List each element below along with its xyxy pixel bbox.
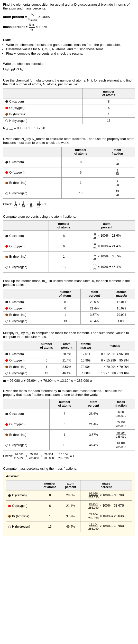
carbon-dot xyxy=(5,100,8,103)
col-mass: mass/u xyxy=(95,341,135,351)
bromine-dot xyxy=(5,256,8,258)
bromine-dot xyxy=(5,366,8,368)
bromine-dot xyxy=(5,113,8,116)
col-atom-pct: atompercent xyxy=(61,480,80,490)
table-row: C (carbon) 828.6%12.011 xyxy=(3,299,135,305)
answer-box: Answer: numberof atoms atompercent massp… xyxy=(3,472,135,536)
col-atom-pct: atompercent xyxy=(80,399,107,409)
col-atom-pct: atompercent xyxy=(57,341,76,351)
table-row: O (oxygen) 621.4% 95.994285.090 × 100% =… xyxy=(6,501,132,511)
carbon-atoms: 8 xyxy=(83,98,135,105)
table7-title: Compute mass percents using the mass fra… xyxy=(3,467,135,470)
table-row: H (hydrogen) 1346.4%1.00813 × 1.008 = 13… xyxy=(3,370,135,376)
oxygen-dot xyxy=(5,359,8,362)
col-num-atoms: numberof atoms xyxy=(36,341,57,351)
table-row: H (hydrogen) 1346.4%1.008 xyxy=(3,318,135,324)
col-atom-frac: atomfraction xyxy=(100,147,135,157)
plan-title: Plan: xyxy=(3,38,135,42)
col-num-atoms: numberof atoms xyxy=(49,399,80,409)
table-row: C (carbon) 828.6% 96.088285.090 × 100% =… xyxy=(6,490,132,501)
bromine-dot xyxy=(5,314,8,316)
mass-fractions-table: numberof atoms atompercent massfraction … xyxy=(3,399,135,450)
table-row: O (oxygen) 6 xyxy=(3,105,135,111)
table-row: C (carbon) 8 828 xyxy=(3,157,135,167)
col-element xyxy=(3,341,36,351)
carbon-dot xyxy=(5,413,8,415)
oxygen-dot xyxy=(5,245,8,248)
table-row: C (carbon) 828.6%12.0118 × 12.011 = 96.0… xyxy=(3,351,135,357)
table-row: O (oxygen) 621.4%15.999 xyxy=(3,305,135,311)
hydrogen-dot xyxy=(8,526,11,528)
oxygen-dot xyxy=(5,307,8,310)
col-atom-pct: atompercent xyxy=(79,221,135,231)
mass-percent-formula: mass percent = Nimim × 100% xyxy=(3,23,135,31)
col-element xyxy=(6,480,39,490)
hydrogen-dot xyxy=(5,266,8,269)
col-num-atoms: numberof atoms xyxy=(39,480,61,490)
table1-title: Use the chemical formula to count the nu… xyxy=(3,78,135,86)
page-title: Find the elemental composition for acety… xyxy=(3,3,135,10)
table-row: Br (bromine) 1 xyxy=(3,111,135,117)
col-num-atoms: numberof atoms xyxy=(83,88,135,98)
table-row: C (carbon) 828.6% 96.088285.090 xyxy=(3,409,135,419)
table-row: Br (bromine) 1 128 xyxy=(3,178,135,188)
bromine-dot xyxy=(5,182,8,184)
col-atom-pct: atompercent xyxy=(80,289,108,299)
table-row: O (oxygen) 6 628 xyxy=(3,167,135,178)
col-num-atoms: numberof atoms xyxy=(50,289,80,299)
hydrogen-dot xyxy=(5,372,8,375)
carbon-dot xyxy=(5,235,8,237)
col-atomic-mass: atomicmass/u xyxy=(108,289,135,299)
table-row: Br (bromine) 13.57%79.904 xyxy=(3,311,135,318)
col-num-atoms: numberof atoms xyxy=(49,221,79,231)
carbon-dot xyxy=(5,301,8,303)
atom-percents-table: numberof atoms atompercent C (carbon) 8 … xyxy=(3,220,135,272)
col-element xyxy=(3,399,50,409)
table-row: O (oxygen) 621.4%15.9996 × 15.999 = 95.9… xyxy=(3,357,135,364)
table-row: H (hydrogen) 1346.4% 13.104285.090 × 100… xyxy=(6,521,132,532)
oxygen-dot xyxy=(5,423,8,426)
table-row: H (hydrogen) 1346.4% 13.104285.090 xyxy=(3,440,135,450)
chemical-formula-label: Write the chemical formula: xyxy=(3,62,135,66)
table2-title: Divide each N_i by N_atoms to calculate … xyxy=(3,137,135,145)
atom-percent-formula: atom percent = NiNatoms × 100% xyxy=(3,12,135,22)
oxygen-atoms: 6 xyxy=(83,105,135,111)
table5-title: Multiply N_i by m_i to compute the mass … xyxy=(3,331,135,339)
table-row: O (oxygen) 6 628 × 100% = 21.4% xyxy=(3,241,135,251)
table-row: Br (bromine) 13.57% 79.904285.090 xyxy=(3,429,135,440)
atoms-count-table: numberof atoms C (carbon) 8 O (oxygen) 6… xyxy=(3,88,135,124)
plan-item-3: Finally, compute the percents and check … xyxy=(6,52,135,55)
table-row: O (oxygen) 621.4% 55.994285.090 xyxy=(3,419,135,430)
check6-line: Check: 96.088285.090 + 55.994285.090 + 7… xyxy=(3,452,135,460)
check2-line: Check: 828 + 628 + 128 + 1328 = 1 xyxy=(3,201,135,208)
natoms-line: Natoms = 8 + 6 + 1 + 13 = 28 xyxy=(3,126,135,131)
hydrogen-dot xyxy=(5,119,8,122)
carbon-dot xyxy=(5,161,8,164)
hydrogen-dot xyxy=(5,320,8,323)
plan-item-1: Write the chemical formula and gather at… xyxy=(6,43,135,47)
atom-fractions-table: numberof atoms atomfraction C (carbon) 8… xyxy=(3,147,135,198)
col-mass-frac: massfraction xyxy=(107,399,135,409)
table6-title: Divide the mass for each element by m to… xyxy=(3,389,135,397)
oxygen-dot xyxy=(8,505,11,507)
col-num-atoms: numberof atoms xyxy=(62,147,100,157)
bromine-dot xyxy=(8,515,11,518)
bromine-dot xyxy=(5,434,8,436)
bromine-atoms: 1 xyxy=(83,111,135,117)
hydrogen-dot xyxy=(5,444,8,447)
col-element xyxy=(3,88,83,98)
col-element xyxy=(3,289,50,299)
carbon-dot xyxy=(5,353,8,355)
answer-label: Answer: xyxy=(6,474,132,478)
mass-table: numberof atoms atompercent atomicmass/u … xyxy=(3,341,135,377)
mass-percents-table: numberof atoms atompercent masspercent C… xyxy=(6,480,132,532)
carbon-dot xyxy=(8,494,11,497)
table4-title: Look up the atomic mass, m_i, in unified… xyxy=(3,279,135,287)
table-row: C (carbon) 8 828 × 100% = 28.6% xyxy=(3,231,135,241)
hydrogen-atoms: 13 xyxy=(83,117,135,124)
table-row: Br (bromine) 13.57%79.9041 × 79.904 = 79… xyxy=(3,364,135,370)
page-content: Find the elemental composition for acety… xyxy=(3,3,135,536)
plan-list: Write the chemical formula and gather at… xyxy=(6,43,135,55)
table-row: Br (bromine) 13.57% 79.904285.090 × 100%… xyxy=(6,511,132,521)
col-element xyxy=(3,221,49,231)
